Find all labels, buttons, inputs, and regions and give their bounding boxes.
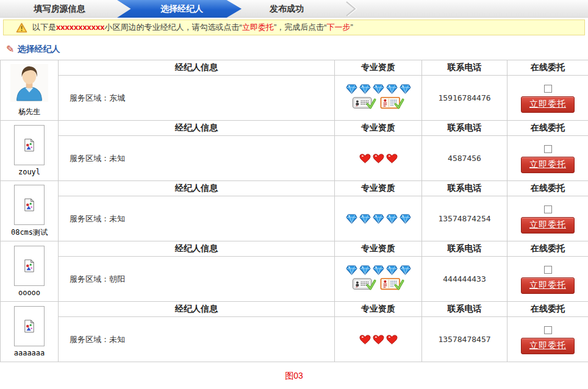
agent-phone: 15916784476: [422, 76, 507, 121]
delegate-button[interactable]: 立即委托: [521, 338, 575, 354]
service-area-value: 未知: [109, 154, 125, 163]
col-header-phone: 联系电话: [422, 302, 507, 317]
diamond-icon: [400, 214, 411, 224]
agents-table: 杨先生 经纪人信息 专业资质 联系电话 在线委托 服务区域：东城: [0, 60, 588, 362]
delegate-button[interactable]: 立即委托: [521, 157, 575, 173]
diamond-rating: [335, 214, 421, 224]
pencil-icon: ✎: [6, 43, 14, 55]
agent-header-row: 08cms测试 经纪人信息 专业资质 联系电话 在线委托: [1, 181, 588, 196]
diamond-icon: [346, 265, 357, 275]
section-title: 选择经纪人: [17, 44, 60, 55]
agent-data-row: 服务区域：未知: [1, 196, 588, 241]
agent-name: ooooo: [1, 288, 58, 297]
delegate-cell: 立即委托: [507, 76, 588, 121]
notice-bar: 以下是xxxxxxxxxxx小区周边的专业经纪人，请勾选或点击“立即委托”，完成…: [3, 20, 585, 35]
agent-name: zouyl: [1, 168, 58, 176]
service-area-label: 服务区域：: [70, 93, 109, 102]
diamond-icon: [346, 214, 357, 224]
agent-data-row: 服务区域：未知: [1, 136, 588, 181]
service-area-value: 未知: [109, 214, 125, 223]
agent-phone: 13578478457: [422, 317, 507, 362]
diamond-rating: [335, 84, 421, 94]
agent-avatar-cell: aaaaaaa: [1, 302, 59, 362]
col-header-delegate: 在线委托: [507, 302, 588, 317]
delegate-checkbox[interactable]: [544, 145, 552, 153]
service-area-label: 服务区域：: [70, 335, 109, 344]
diamond-rating: [335, 265, 421, 275]
heart-rating: [335, 154, 421, 163]
diamond-icon: [373, 214, 384, 224]
col-header-qualification: 专业资质: [335, 121, 422, 136]
heart-icon: [359, 335, 371, 344]
diamond-icon: [386, 265, 398, 275]
license-certificate-icon: [380, 96, 404, 112]
col-header-qualification: 专业资质: [335, 60, 422, 76]
qualification-cell: [335, 317, 422, 362]
agent-data-row: 服务区域：东城: [1, 76, 588, 121]
diamond-icon: [373, 84, 384, 94]
page: 填写房源信息 选择经纪人 发布成功 以下是xxxxxxxxxxx小区周边的专业经…: [0, 0, 588, 389]
diamond-icon: [386, 84, 398, 94]
col-header-phone: 联系电话: [422, 60, 507, 76]
agent-name: 杨先生: [1, 107, 58, 117]
diamond-icon: [346, 84, 357, 94]
heart-icon: [359, 154, 371, 163]
certificates: [335, 277, 421, 293]
delegate-button[interactable]: 立即委托: [521, 96, 575, 113]
col-header-agent-info: 经纪人信息: [59, 181, 335, 196]
diamond-icon: [400, 265, 411, 275]
service-area: 服务区域：朝阳: [59, 257, 335, 302]
col-header-delegate: 在线委托: [507, 181, 588, 196]
delegate-checkbox[interactable]: [544, 85, 552, 93]
col-header-qualification: 专业资质: [335, 241, 422, 257]
agent-name: 08cms测试: [1, 227, 58, 238]
diamond-icon: [386, 214, 398, 224]
service-area-value: 未知: [109, 335, 125, 344]
license-certificate-icon: [380, 277, 404, 293]
service-area-label: 服务区域：: [70, 214, 109, 223]
agent-data-row: 服务区域：朝阳: [1, 257, 588, 302]
delegate-button[interactable]: 立即委托: [521, 277, 575, 294]
delegate-checkbox[interactable]: [544, 266, 552, 274]
agent-avatar-cell: ooooo: [1, 241, 59, 302]
agent-name: aaaaaaa: [1, 349, 58, 357]
delegate-checkbox[interactable]: [544, 205, 552, 213]
broken-image-icon: [1, 246, 58, 286]
heart-icon: [373, 154, 384, 163]
agent-avatar-cell: zouyl: [1, 121, 59, 181]
col-header-agent-info: 经纪人信息: [59, 302, 335, 317]
agent-phone: 444444433: [422, 257, 507, 302]
col-header-agent-info: 经纪人信息: [59, 121, 335, 136]
broken-image-icon: [1, 125, 58, 165]
figure-caption: 图03: [0, 371, 588, 382]
agents-table-body: 杨先生 经纪人信息 专业资质 联系电话 在线委托 服务区域：东城: [1, 60, 588, 362]
id-card-certificate-icon: [352, 277, 376, 293]
qualification-cell: [335, 76, 422, 121]
service-area: 服务区域：东城: [59, 76, 335, 121]
agent-data-row: 服务区域：未知: [1, 317, 588, 362]
agent-photo: [1, 64, 58, 104]
community-placeholder: xxxxxxxxxxx: [56, 23, 105, 32]
service-area-value: 东城: [109, 93, 125, 102]
broken-image-icon: [1, 306, 58, 346]
col-header-delegate: 在线委托: [507, 60, 588, 76]
service-area: 服务区域：未知: [59, 136, 335, 181]
id-card-certificate-icon: [352, 96, 376, 112]
service-area-label: 服务区域：: [70, 274, 109, 284]
col-header-qualification: 专业资质: [335, 181, 422, 196]
delegate-button[interactable]: 立即委托: [521, 217, 575, 234]
col-header-phone: 联系电话: [422, 181, 507, 196]
notice-action-delegate: 立即委托: [242, 23, 274, 32]
col-header-qualification: 专业资质: [335, 302, 422, 317]
warning-icon: [16, 23, 27, 33]
step-fill-house-info: 填写房源信息: [0, 0, 119, 18]
step-publish-success: 发布成功: [241, 0, 332, 18]
delegate-checkbox[interactable]: [544, 326, 552, 334]
delegate-cell: 立即委托: [507, 257, 588, 302]
qualification-cell: [335, 136, 422, 181]
delegate-cell: 立即委托: [507, 196, 588, 241]
col-header-delegate: 在线委托: [507, 121, 588, 136]
agent-phone: 4587456: [422, 136, 507, 181]
service-area-label: 服务区域：: [70, 154, 109, 163]
diamond-icon: [359, 265, 371, 275]
